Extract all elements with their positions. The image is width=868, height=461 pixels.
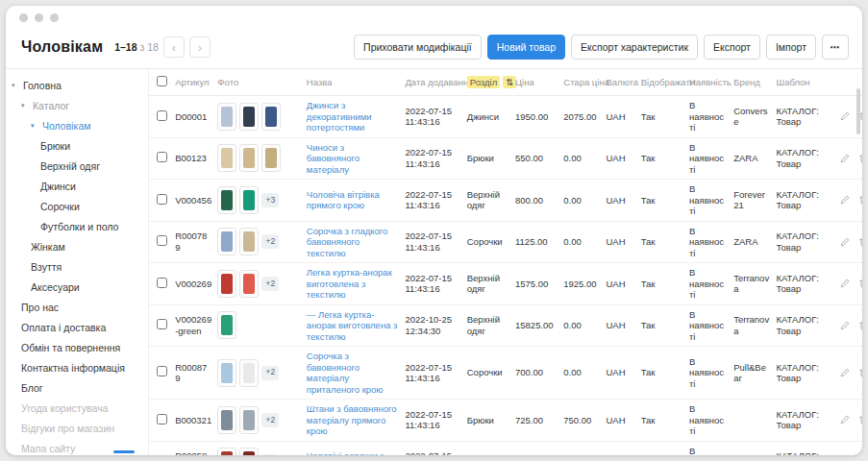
row-checkbox[interactable]: [157, 278, 167, 288]
delete-icon[interactable]: [857, 320, 862, 331]
more-photos-badge[interactable]: +3: [261, 193, 279, 207]
product-photo[interactable]: [217, 311, 236, 339]
product-name-link[interactable]: Штани з бавовняного матеріалу прямого кр…: [307, 403, 397, 436]
product-photo[interactable]: [261, 103, 281, 131]
sidebar-item-5[interactable]: Джинси: [6, 176, 148, 196]
product-photo[interactable]: [217, 406, 236, 434]
edit-icon[interactable]: [839, 320, 851, 331]
edit-icon[interactable]: [839, 153, 851, 164]
window-close-button[interactable]: [19, 13, 28, 22]
product-photo[interactable]: [217, 186, 236, 214]
vertical-scrollbar-thumb[interactable]: [856, 88, 860, 134]
product-name-link[interactable]: Джинси з декоративними потертостями: [307, 100, 372, 133]
sidebar-item-15[interactable]: Блог: [6, 377, 148, 398]
delete-icon[interactable]: [857, 278, 862, 289]
edit-icon[interactable]: [839, 110, 851, 122]
export-characteristics-button[interactable]: Експорт характеристик: [571, 35, 698, 60]
product-photo[interactable]: [239, 186, 259, 214]
column-header[interactable]: Дата додавання: [402, 69, 463, 96]
edit-icon[interactable]: [839, 414, 851, 425]
delete-icon[interactable]: [857, 153, 862, 164]
sidebar-item-3[interactable]: Брюки: [6, 135, 148, 156]
column-header[interactable]: Бренд: [731, 69, 773, 96]
sidebar-item-13[interactable]: Обмін та повернення: [6, 337, 148, 357]
more-photos-badge[interactable]: +2: [261, 413, 279, 427]
product-photo[interactable]: [239, 103, 259, 131]
product-name-link[interactable]: Чоловічі сорочки з легкого текстилю: [307, 450, 384, 455]
column-header[interactable]: Артикул: [172, 69, 214, 96]
product-photo[interactable]: [239, 144, 259, 172]
edit-icon[interactable]: [839, 367, 851, 378]
product-photo[interactable]: [217, 448, 236, 455]
row-checkbox[interactable]: [157, 110, 167, 121]
row-checkbox[interactable]: [157, 414, 167, 425]
delete-icon[interactable]: [857, 414, 862, 425]
row-checkbox[interactable]: [157, 235, 167, 246]
product-photo[interactable]: [239, 359, 259, 387]
column-header[interactable]: Відображати: [638, 69, 686, 96]
product-photo[interactable]: [217, 144, 236, 172]
export-button[interactable]: Експорт: [704, 35, 760, 60]
row-checkbox[interactable]: [157, 194, 167, 205]
column-header[interactable]: Валюта: [604, 69, 638, 96]
product-name-link[interactable]: — Легка куртка-анорак виготовлена з текс…: [307, 309, 398, 342]
column-header[interactable]: Назва: [304, 69, 403, 96]
sidebar-item-0[interactable]: ▾Головна: [6, 75, 148, 95]
product-photo[interactable]: [239, 448, 259, 455]
column-header[interactable]: Наявність: [686, 69, 731, 96]
product-photo[interactable]: [217, 103, 236, 131]
product-photo[interactable]: [239, 270, 259, 298]
row-checkbox[interactable]: [157, 319, 167, 329]
column-header[interactable]: Шаблон: [773, 69, 829, 96]
product-photo[interactable]: [239, 406, 259, 434]
sidebar-item-10[interactable]: Аксесуари: [6, 277, 148, 297]
more-photos-badge[interactable]: +2: [261, 366, 279, 380]
product-name-link[interactable]: Легка куртка-анорак виготовлена з тексти…: [307, 267, 392, 300]
column-header[interactable]: Фото: [214, 69, 303, 96]
product-photo[interactable]: [217, 359, 236, 387]
more-photos-badge[interactable]: +2: [261, 234, 279, 249]
new-product-button[interactable]: Новий товар: [487, 35, 565, 60]
edit-icon[interactable]: [839, 236, 851, 248]
sidebar-item-2[interactable]: ▾Чоловікам: [6, 115, 148, 135]
row-checkbox[interactable]: [157, 152, 167, 162]
import-button[interactable]: Імпорт: [766, 35, 816, 60]
column-header-section[interactable]: Розділ⇅: [464, 69, 512, 96]
product-photo[interactable]: [239, 228, 259, 255]
select-all-checkbox[interactable]: [157, 76, 167, 86]
delete-icon[interactable]: [857, 194, 862, 206]
more-actions-button[interactable]: ⋯: [822, 35, 849, 60]
product-photo[interactable]: [261, 144, 281, 172]
more-photos-badge[interactable]: +2: [261, 277, 279, 291]
delete-icon[interactable]: [857, 236, 862, 248]
sidebar-item-7[interactable]: Футболки и поло: [6, 216, 148, 236]
row-checkbox[interactable]: [157, 366, 167, 376]
column-header[interactable]: Ціна: [512, 69, 560, 96]
sidebar-item-12[interactable]: Оплата і доставка: [6, 317, 148, 337]
sidebar-item-16[interactable]: Угода користувача: [6, 398, 148, 418]
pagination-next-button[interactable]: ›: [189, 36, 211, 58]
product-photo[interactable]: [217, 228, 236, 255]
sidebar-item-8[interactable]: Жінкам: [6, 236, 148, 256]
sidebar-item-1[interactable]: ▾Каталог: [6, 95, 148, 115]
sidebar-item-17[interactable]: Відгуки про магазин: [6, 418, 148, 438]
more-photos-badge[interactable]: +2: [261, 454, 279, 455]
sidebar-item-6[interactable]: Сорочки: [6, 196, 148, 216]
sidebar-item-9[interactable]: Взуття: [6, 256, 148, 277]
window-zoom-button[interactable]: [50, 13, 59, 22]
edit-icon[interactable]: [839, 194, 851, 206]
bottom-scroll-indicator[interactable]: [113, 450, 135, 453]
sidebar-item-4[interactable]: Верхній одяг: [6, 156, 148, 176]
delete-icon[interactable]: [857, 367, 862, 378]
pagination-prev-button[interactable]: ‹: [163, 36, 185, 58]
edit-icon[interactable]: [839, 278, 851, 289]
product-name-link[interactable]: Чиноси з бавовняного матеріалу: [307, 142, 360, 175]
product-name-link[interactable]: Сорочка з бавовняного матеріалу притален…: [307, 351, 384, 395]
hide-modifications-button[interactable]: Приховати модифікації: [354, 35, 482, 60]
sidebar-item-11[interactable]: Про нас: [6, 297, 148, 317]
sidebar-item-14[interactable]: Контактна інформація: [6, 357, 148, 377]
window-minimize-button[interactable]: [35, 13, 43, 22]
product-photo[interactable]: [217, 270, 236, 298]
product-name-link[interactable]: Чоловіча вітрівка прямого крою: [307, 189, 380, 211]
column-header[interactable]: Стара ціна: [560, 69, 603, 96]
